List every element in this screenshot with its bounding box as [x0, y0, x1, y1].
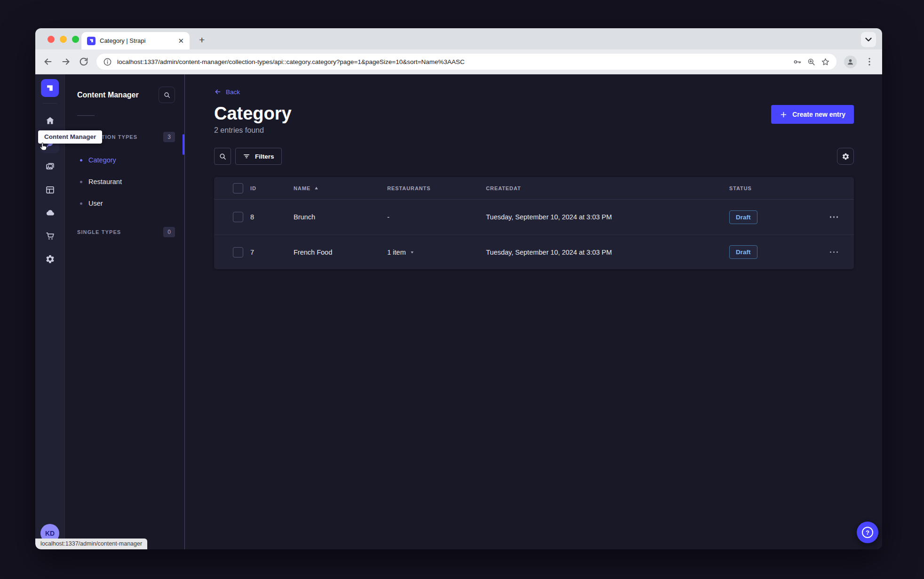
sidebar-item-category[interactable]: Category — [77, 156, 184, 164]
select-all-checkbox[interactable] — [233, 183, 243, 193]
strapi-favicon-icon — [87, 37, 96, 45]
status-badge: Draft — [729, 245, 757, 259]
browser-menu-kebab-icon[interactable] — [864, 56, 875, 67]
browser-toolbar: localhost:1337/admin/content-manager/col… — [35, 49, 882, 74]
rail-divider — [43, 103, 57, 104]
nav-marketplace-icon[interactable] — [40, 226, 59, 245]
row-actions-button[interactable] — [830, 251, 838, 253]
forward-nav-icon[interactable] — [61, 56, 71, 67]
cell-name: Brunch — [294, 213, 387, 221]
plus-icon — [780, 111, 788, 119]
back-nav-icon[interactable] — [43, 56, 53, 67]
table-search-button[interactable] — [214, 148, 231, 165]
sidebar-item-restaurant[interactable]: Restaurant — [77, 178, 184, 185]
bullet-icon — [80, 159, 82, 161]
collection-types-count-badge: 3 — [163, 132, 175, 142]
column-header-createdat[interactable]: CREATEDAT — [486, 185, 729, 191]
main-nav-rail: KD — [35, 74, 65, 549]
hand-cursor-icon — [39, 142, 49, 154]
table-settings-button[interactable] — [837, 148, 854, 165]
sort-ascending-icon — [314, 185, 319, 191]
filters-button[interactable]: Filters — [235, 148, 282, 165]
bullet-icon — [80, 181, 82, 183]
subnav-divider — [77, 115, 95, 116]
cell-restaurants: - — [387, 213, 486, 221]
browser-window: Category | Strapi ✕ + localhost:1337/adm… — [35, 28, 882, 549]
cell-createdat: Tuesday, September 10, 2024 at 3:03 PM — [486, 249, 729, 256]
row-checkbox[interactable] — [233, 247, 243, 257]
entries-count-text: 2 entries found — [214, 126, 854, 135]
browser-tab[interactable]: Category | Strapi ✕ — [81, 32, 190, 49]
cell-createdat: Tuesday, September 10, 2024 at 3:03 PM — [486, 213, 729, 221]
table-row[interactable]: 7 French Food 1 item Tuesday, September … — [214, 234, 854, 269]
window-controls — [48, 36, 79, 43]
tab-search-chevron-icon[interactable] — [861, 32, 876, 47]
bookmark-star-icon[interactable] — [821, 57, 830, 66]
close-window-button[interactable] — [48, 36, 55, 43]
back-link[interactable]: Back — [214, 88, 240, 96]
main-content: Back Category Create new entry 2 entries… — [185, 74, 882, 549]
create-new-entry-button[interactable]: Create new entry — [771, 105, 854, 124]
tab-close-icon[interactable]: ✕ — [178, 37, 184, 44]
strapi-app: KD Content Manager COLLECTION TYPES 3 Ca… — [35, 74, 882, 549]
new-tab-button[interactable]: + — [199, 34, 205, 46]
subnav-scroll-indicator[interactable] — [183, 134, 184, 155]
chevron-down-icon — [410, 250, 414, 255]
table-row[interactable]: 8 Brunch - Tuesday, September 10, 2024 a… — [214, 200, 854, 234]
nav-cloud-icon[interactable] — [40, 203, 59, 222]
tab-strip: Category | Strapi ✕ + — [35, 28, 882, 49]
link-preview-statusbar: localhost:1337/admin/content-manager — [35, 539, 147, 549]
column-header-name[interactable]: NAME — [294, 185, 387, 191]
filters-row: Filters — [214, 148, 854, 165]
cell-id: 7 — [250, 249, 294, 256]
nav-media-library-icon[interactable] — [40, 157, 59, 176]
nav-settings-icon[interactable] — [40, 249, 59, 268]
single-types-count-badge: 0 — [163, 227, 175, 237]
row-actions-button[interactable] — [830, 216, 838, 218]
bullet-icon — [80, 202, 82, 205]
page-info-icon[interactable] — [103, 57, 112, 66]
single-types-label: SINGLE TYPES — [77, 229, 121, 235]
url-bar[interactable]: localhost:1337/admin/content-manager/col… — [96, 54, 836, 70]
row-checkbox[interactable] — [233, 212, 243, 222]
column-header-restaurants[interactable]: RESTAURANTS — [387, 185, 486, 191]
maximize-window-button[interactable] — [72, 36, 79, 43]
tab-title: Category | Strapi — [100, 37, 174, 44]
nav-content-type-builder-icon[interactable] — [40, 180, 59, 199]
entries-table: ID NAME RESTAURANTS CREATEDAT STATUS 8 B… — [214, 177, 854, 269]
table-header-row: ID NAME RESTAURANTS CREATEDAT STATUS — [214, 177, 854, 200]
cell-restaurants[interactable]: 1 item — [387, 249, 486, 256]
nav-home-icon[interactable] — [40, 111, 59, 130]
strapi-logo[interactable] — [41, 79, 59, 97]
cell-name: French Food — [294, 249, 387, 256]
url-text[interactable]: localhost:1337/admin/content-manager/col… — [117, 58, 788, 65]
password-key-icon[interactable] — [793, 57, 802, 66]
sidebar-item-user[interactable]: User — [77, 200, 184, 207]
minimize-window-button[interactable] — [60, 36, 67, 43]
content-manager-subnav: Content Manager COLLECTION TYPES 3 Categ… — [65, 74, 185, 549]
question-mark-icon: ? — [862, 527, 873, 538]
subnav-search-button[interactable] — [159, 87, 175, 103]
zoom-search-icon[interactable] — [807, 57, 816, 66]
page-title: Category — [214, 104, 292, 124]
cell-id: 8 — [250, 213, 294, 221]
column-header-id[interactable]: ID — [250, 185, 294, 191]
help-button[interactable]: ? — [857, 522, 878, 543]
browser-profile-icon[interactable] — [844, 56, 857, 68]
reload-icon[interactable] — [79, 56, 89, 67]
subnav-title: Content Manager — [77, 91, 139, 99]
back-arrow-icon — [214, 88, 222, 96]
column-header-status[interactable]: STATUS — [729, 185, 814, 191]
status-badge: Draft — [729, 210, 757, 224]
filter-icon — [243, 153, 250, 160]
